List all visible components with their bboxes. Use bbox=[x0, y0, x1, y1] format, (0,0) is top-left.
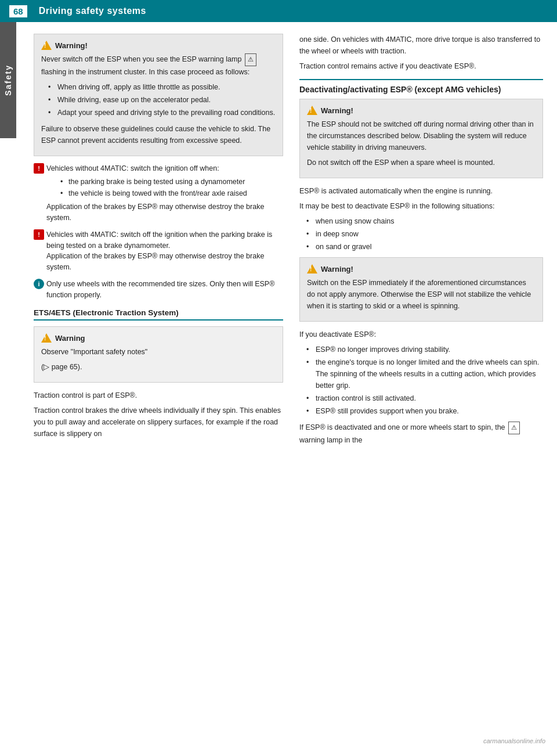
section-divider bbox=[299, 79, 543, 80]
deactivate-bullet-1: ESP® no longer improves driving stabilit… bbox=[306, 344, 543, 355]
right-body4: It may be best to deactivate ESP® in the… bbox=[299, 200, 543, 212]
situation-1: when using snow chains bbox=[306, 215, 543, 227]
ets-section-heading: ETS/4ETS (Electronic Traction System) bbox=[34, 308, 283, 321]
warning2-line1: The ESP should not be switched off durin… bbox=[307, 118, 536, 153]
warning-title-1: Warning! bbox=[41, 40, 276, 51]
left-column: Warning! Never switch off the ESP when y… bbox=[34, 34, 283, 449]
right-body5: If you deactivate ESP®: bbox=[299, 329, 543, 340]
warning-box-1: Warning! Never switch off the ESP when y… bbox=[34, 34, 283, 156]
warning-triangle-icon-3 bbox=[307, 264, 317, 274]
ets-warning-title: Warning bbox=[41, 333, 276, 343]
warning-title-2: Warning! bbox=[307, 105, 536, 116]
note-block-3: i Only use wheels with the recommended t… bbox=[34, 279, 283, 301]
ets-body1: Traction control is part of ESP®. bbox=[34, 390, 283, 401]
warning1-bullets: When driving off, apply as little thrott… bbox=[48, 81, 276, 118]
note2-content: Vehicles with 4MATIC: switch off the ign… bbox=[46, 229, 283, 273]
note-block-1: ! Vehicles without 4MATIC: switch the ig… bbox=[34, 163, 283, 224]
warning2-line2: Do not switch off the ESP when a spare w… bbox=[307, 157, 536, 168]
ets-warning-line1: Observe "Important safety notes" bbox=[41, 346, 276, 358]
esp-lamp-icon-2: ⚠ bbox=[508, 422, 520, 434]
esp-lamp-icon: ⚠ bbox=[245, 53, 256, 66]
note-red-icon-2: ! bbox=[34, 229, 44, 240]
warning1-text: Never switch off the ESP when you see th… bbox=[41, 53, 276, 78]
ets-body2: Traction control brakes the drive wheels… bbox=[34, 405, 283, 440]
ets-warning-box: Warning Observe "Important safety notes"… bbox=[34, 326, 283, 383]
deactivate-bullet-2: the engine's torque is no longer limited… bbox=[306, 357, 543, 391]
page-number: 68 bbox=[9, 5, 27, 17]
note3-content: Only use wheels with the recommended tir… bbox=[46, 279, 283, 301]
note1-sub-2: the vehicle is being towed with the fron… bbox=[60, 188, 283, 199]
note-block-2: ! Vehicles with 4MATIC: switch off the i… bbox=[34, 229, 283, 273]
situations-list: when using snow chains in deep snow on s… bbox=[306, 215, 543, 253]
header-bar: 68 Driving safety systems bbox=[0, 0, 557, 22]
situation-3: on sand or gravel bbox=[306, 241, 543, 253]
situation-2: in deep snow bbox=[306, 228, 543, 240]
right-body3: ESP® is activated automatically when the… bbox=[299, 185, 543, 197]
note-red-icon-1: ! bbox=[34, 163, 44, 174]
right-body1: one side. On vehicles with 4MATIC, more … bbox=[299, 34, 543, 57]
warning-box-3: Warning! Switch on the ESP immediately i… bbox=[299, 257, 543, 322]
chapter-title: Driving safety systems bbox=[39, 6, 146, 16]
right-column: one side. On vehicles with 4MATIC, more … bbox=[299, 34, 543, 449]
warning1-bullet-2: While driving, ease up on the accelerato… bbox=[48, 94, 276, 106]
note1-sub-1: the parking brake is being tested using … bbox=[60, 176, 283, 188]
deactivate-bullet-4: ESP® still provides support when you bra… bbox=[306, 405, 543, 417]
warning3-line1: Switch on the ESP immediately if the afo… bbox=[307, 277, 536, 312]
deactivate-bullets: ESP® no longer improves driving stabilit… bbox=[306, 344, 543, 417]
note1-content: Vehicles without 4MATIC: switch the igni… bbox=[46, 163, 283, 224]
warning1-footer: Failure to observe these guidelines coul… bbox=[41, 123, 276, 146]
note-blue-icon-3: i bbox=[34, 279, 44, 289]
warning1-bullet-3: Adapt your speed and driving style to th… bbox=[48, 107, 276, 118]
side-tab: Safety bbox=[0, 22, 16, 138]
warning1-bullet-1: When driving off, apply as little thrott… bbox=[48, 81, 276, 93]
deactivate-bullet-3: traction control is still activated. bbox=[306, 393, 543, 404]
deactivate-section-heading: Deactivating/activating ESP® (except AMG… bbox=[299, 85, 543, 94]
warning-triangle-icon bbox=[41, 40, 52, 51]
warning-triangle-icon-2 bbox=[307, 105, 317, 116]
right-body2: Traction control remains active if you d… bbox=[299, 60, 543, 72]
ets-warning-triangle-icon bbox=[41, 333, 52, 343]
main-content: Warning! Never switch off the ESP when y… bbox=[16, 22, 557, 461]
warning-title-3: Warning! bbox=[307, 264, 536, 274]
ets-warning-line2: (▷ page 65). bbox=[41, 361, 276, 373]
right-body6: If ESP® is deactivated and one or more w… bbox=[299, 422, 543, 446]
note1-subbullets: the parking brake is being tested using … bbox=[60, 176, 283, 199]
watermark: carmanualsonline.info bbox=[483, 737, 545, 744]
warning-box-2: Warning! The ESP should not be switched … bbox=[299, 99, 543, 178]
